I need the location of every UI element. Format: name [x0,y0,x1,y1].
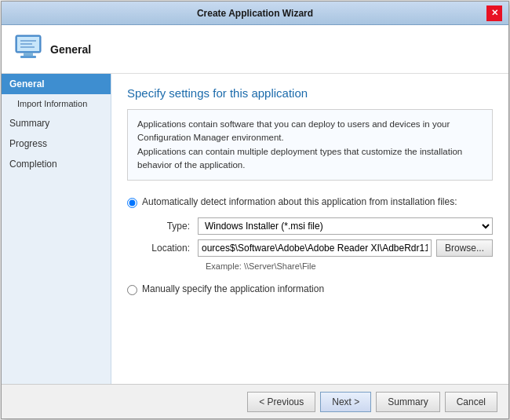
type-select[interactable]: Windows Installer (*.msi file) Script In… [198,217,493,235]
description-box: Applications contain software that you c… [127,109,493,181]
sidebar-item-general[interactable]: General [2,74,111,94]
computer-icon [13,31,50,68]
form-fields: Type: Windows Installer (*.msi file) Scr… [143,217,493,271]
previous-button[interactable]: < Previous [247,392,315,412]
radio-auto-detect-label[interactable]: Automatically detect information about t… [142,196,457,207]
main-content: Specify settings for this application Ap… [111,74,508,384]
radio-section: Automatically detect information about t… [127,196,493,271]
type-label: Type: [143,221,198,232]
title-bar: Create Application Wizard ✕ [2,2,508,25]
summary-button[interactable]: Summary [376,392,439,412]
radio-auto-detect[interactable] [127,198,137,208]
svg-rect-6 [20,46,35,48]
header-section: General [2,25,508,74]
window-body: General General Import Information Summa… [2,25,508,418]
create-application-wizard-window: Create Application Wizard ✕ General Gene… [1,1,509,419]
content-area: General Import Information Summary Progr… [2,74,508,384]
svg-rect-4 [20,40,36,42]
next-button[interactable]: Next > [320,392,371,412]
window-title: Create Application Wizard [24,8,486,19]
sidebar-item-progress[interactable]: Progress [2,133,111,154]
sidebar-item-import-information[interactable]: Import Information [2,94,111,113]
location-row: Location: Browse... [143,239,493,257]
radio-auto-detect-group: Automatically detect information about t… [127,196,493,208]
main-title: Specify settings for this application [127,86,493,100]
radio-manual-label[interactable]: Manually specify the application informa… [142,283,324,294]
close-button[interactable]: ✕ [486,5,502,21]
location-input[interactable] [198,239,432,257]
radio-manual[interactable] [127,285,137,295]
header-title: General [50,43,91,56]
type-row: Type: Windows Installer (*.msi file) Scr… [143,217,493,235]
footer: < Previous Next > Summary Cancel [2,384,508,418]
svg-rect-3 [20,56,36,58]
description-line2: Applications can contain multiple deploy… [137,147,462,170]
sidebar-item-summary[interactable]: Summary [2,113,111,133]
sidebar: General Import Information Summary Progr… [2,74,111,384]
sidebar-item-completion[interactable]: Completion [2,154,111,174]
location-label: Location: [143,243,198,254]
description-line1: Applications contain software that you c… [137,119,450,142]
example-text: Example: \\Server\Share\File [206,261,493,271]
svg-rect-5 [20,43,32,45]
cancel-button[interactable]: Cancel [445,392,497,412]
svg-rect-2 [24,53,33,56]
radio-manual-group: Manually specify the application informa… [127,283,493,295]
browse-button[interactable]: Browse... [436,239,493,257]
